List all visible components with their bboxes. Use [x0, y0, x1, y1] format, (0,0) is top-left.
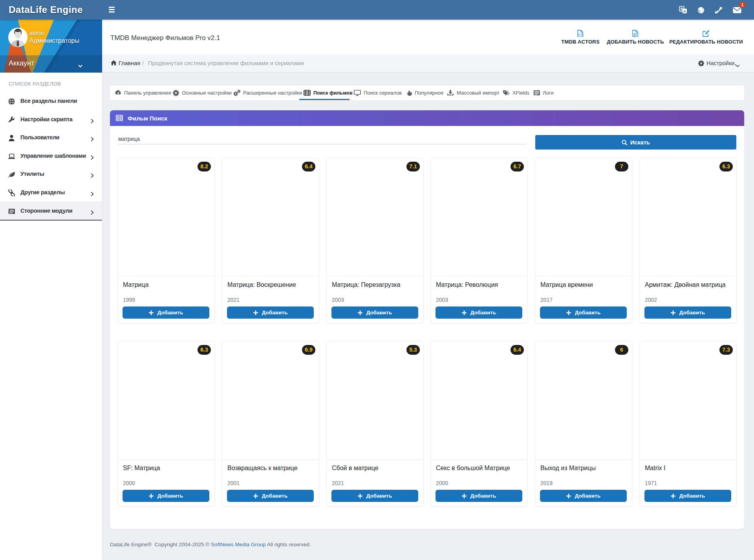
svg-text:A: A — [683, 9, 686, 13]
